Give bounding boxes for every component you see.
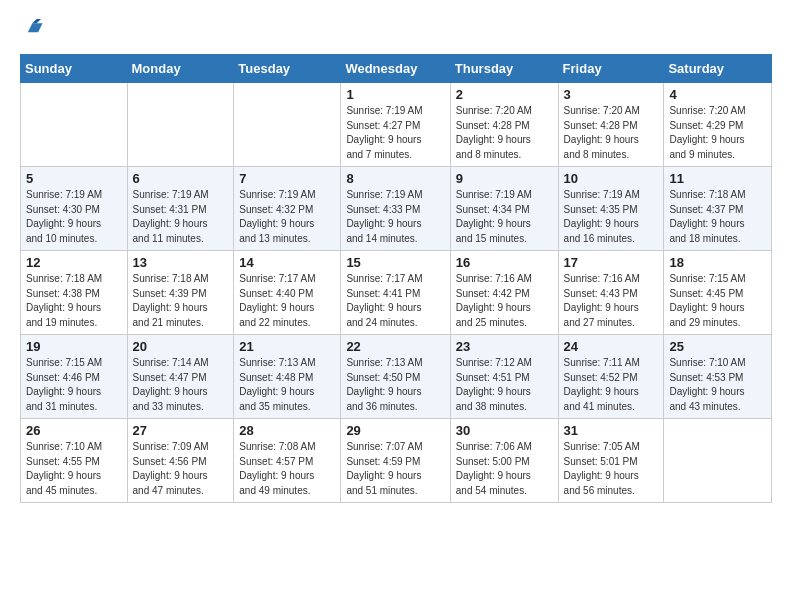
day-info: Sunrise: 7:19 AM Sunset: 4:35 PM Dayligh…	[564, 188, 659, 246]
day-number: 21	[239, 339, 335, 354]
calendar-cell: 24Sunrise: 7:11 AM Sunset: 4:52 PM Dayli…	[558, 335, 664, 419]
day-info: Sunrise: 7:14 AM Sunset: 4:47 PM Dayligh…	[133, 356, 229, 414]
day-info: Sunrise: 7:17 AM Sunset: 4:41 PM Dayligh…	[346, 272, 444, 330]
day-info: Sunrise: 7:18 AM Sunset: 4:39 PM Dayligh…	[133, 272, 229, 330]
calendar-cell: 30Sunrise: 7:06 AM Sunset: 5:00 PM Dayli…	[450, 419, 558, 503]
calendar-week-2: 5Sunrise: 7:19 AM Sunset: 4:30 PM Daylig…	[21, 167, 772, 251]
calendar-cell: 26Sunrise: 7:10 AM Sunset: 4:55 PM Dayli…	[21, 419, 128, 503]
calendar-cell: 1Sunrise: 7:19 AM Sunset: 4:27 PM Daylig…	[341, 83, 450, 167]
calendar-cell: 15Sunrise: 7:17 AM Sunset: 4:41 PM Dayli…	[341, 251, 450, 335]
weekday-header-friday: Friday	[558, 55, 664, 83]
day-number: 31	[564, 423, 659, 438]
day-number: 22	[346, 339, 444, 354]
day-info: Sunrise: 7:13 AM Sunset: 4:50 PM Dayligh…	[346, 356, 444, 414]
calendar-cell: 31Sunrise: 7:05 AM Sunset: 5:01 PM Dayli…	[558, 419, 664, 503]
day-number: 9	[456, 171, 553, 186]
svg-marker-0	[28, 23, 43, 32]
calendar-cell: 12Sunrise: 7:18 AM Sunset: 4:38 PM Dayli…	[21, 251, 128, 335]
day-info: Sunrise: 7:12 AM Sunset: 4:51 PM Dayligh…	[456, 356, 553, 414]
day-info: Sunrise: 7:20 AM Sunset: 4:29 PM Dayligh…	[669, 104, 766, 162]
header	[20, 16, 772, 44]
calendar-cell: 29Sunrise: 7:07 AM Sunset: 4:59 PM Dayli…	[341, 419, 450, 503]
day-number: 4	[669, 87, 766, 102]
day-number: 10	[564, 171, 659, 186]
day-info: Sunrise: 7:06 AM Sunset: 5:00 PM Dayligh…	[456, 440, 553, 498]
calendar-cell: 6Sunrise: 7:19 AM Sunset: 4:31 PM Daylig…	[127, 167, 234, 251]
day-number: 19	[26, 339, 122, 354]
calendar-cell: 27Sunrise: 7:09 AM Sunset: 4:56 PM Dayli…	[127, 419, 234, 503]
calendar-cell: 18Sunrise: 7:15 AM Sunset: 4:45 PM Dayli…	[664, 251, 772, 335]
logo	[20, 16, 44, 44]
day-info: Sunrise: 7:19 AM Sunset: 4:34 PM Dayligh…	[456, 188, 553, 246]
day-info: Sunrise: 7:18 AM Sunset: 4:37 PM Dayligh…	[669, 188, 766, 246]
calendar-cell: 14Sunrise: 7:17 AM Sunset: 4:40 PM Dayli…	[234, 251, 341, 335]
calendar-cell: 16Sunrise: 7:16 AM Sunset: 4:42 PM Dayli…	[450, 251, 558, 335]
day-number: 24	[564, 339, 659, 354]
calendar-cell: 5Sunrise: 7:19 AM Sunset: 4:30 PM Daylig…	[21, 167, 128, 251]
day-info: Sunrise: 7:19 AM Sunset: 4:30 PM Dayligh…	[26, 188, 122, 246]
weekday-header-wednesday: Wednesday	[341, 55, 450, 83]
day-number: 2	[456, 87, 553, 102]
day-info: Sunrise: 7:05 AM Sunset: 5:01 PM Dayligh…	[564, 440, 659, 498]
calendar-cell: 3Sunrise: 7:20 AM Sunset: 4:28 PM Daylig…	[558, 83, 664, 167]
day-number: 16	[456, 255, 553, 270]
calendar-week-5: 26Sunrise: 7:10 AM Sunset: 4:55 PM Dayli…	[21, 419, 772, 503]
calendar-cell: 17Sunrise: 7:16 AM Sunset: 4:43 PM Dayli…	[558, 251, 664, 335]
calendar-cell	[664, 419, 772, 503]
calendar-table: SundayMondayTuesdayWednesdayThursdayFrid…	[20, 54, 772, 503]
calendar-week-3: 12Sunrise: 7:18 AM Sunset: 4:38 PM Dayli…	[21, 251, 772, 335]
day-number: 14	[239, 255, 335, 270]
day-number: 25	[669, 339, 766, 354]
svg-marker-1	[32, 19, 41, 23]
weekday-header-thursday: Thursday	[450, 55, 558, 83]
day-info: Sunrise: 7:18 AM Sunset: 4:38 PM Dayligh…	[26, 272, 122, 330]
day-number: 15	[346, 255, 444, 270]
day-number: 5	[26, 171, 122, 186]
day-number: 29	[346, 423, 444, 438]
day-number: 8	[346, 171, 444, 186]
day-info: Sunrise: 7:10 AM Sunset: 4:55 PM Dayligh…	[26, 440, 122, 498]
calendar-cell: 10Sunrise: 7:19 AM Sunset: 4:35 PM Dayli…	[558, 167, 664, 251]
weekday-header-tuesday: Tuesday	[234, 55, 341, 83]
day-info: Sunrise: 7:11 AM Sunset: 4:52 PM Dayligh…	[564, 356, 659, 414]
day-info: Sunrise: 7:20 AM Sunset: 4:28 PM Dayligh…	[564, 104, 659, 162]
calendar-cell: 8Sunrise: 7:19 AM Sunset: 4:33 PM Daylig…	[341, 167, 450, 251]
calendar-cell	[234, 83, 341, 167]
day-info: Sunrise: 7:19 AM Sunset: 4:33 PM Dayligh…	[346, 188, 444, 246]
weekday-header-monday: Monday	[127, 55, 234, 83]
calendar-cell: 21Sunrise: 7:13 AM Sunset: 4:48 PM Dayli…	[234, 335, 341, 419]
day-number: 11	[669, 171, 766, 186]
calendar-cell: 22Sunrise: 7:13 AM Sunset: 4:50 PM Dayli…	[341, 335, 450, 419]
weekday-header-sunday: Sunday	[21, 55, 128, 83]
page: SundayMondayTuesdayWednesdayThursdayFrid…	[0, 0, 792, 513]
calendar-week-4: 19Sunrise: 7:15 AM Sunset: 4:46 PM Dayli…	[21, 335, 772, 419]
day-number: 23	[456, 339, 553, 354]
day-info: Sunrise: 7:19 AM Sunset: 4:32 PM Dayligh…	[239, 188, 335, 246]
day-number: 13	[133, 255, 229, 270]
day-info: Sunrise: 7:17 AM Sunset: 4:40 PM Dayligh…	[239, 272, 335, 330]
day-info: Sunrise: 7:16 AM Sunset: 4:42 PM Dayligh…	[456, 272, 553, 330]
day-number: 28	[239, 423, 335, 438]
day-info: Sunrise: 7:08 AM Sunset: 4:57 PM Dayligh…	[239, 440, 335, 498]
logo-icon	[22, 16, 44, 38]
calendar-cell: 19Sunrise: 7:15 AM Sunset: 4:46 PM Dayli…	[21, 335, 128, 419]
calendar-cell: 20Sunrise: 7:14 AM Sunset: 4:47 PM Dayli…	[127, 335, 234, 419]
day-number: 26	[26, 423, 122, 438]
calendar-cell	[127, 83, 234, 167]
calendar-cell: 25Sunrise: 7:10 AM Sunset: 4:53 PM Dayli…	[664, 335, 772, 419]
calendar-cell: 2Sunrise: 7:20 AM Sunset: 4:28 PM Daylig…	[450, 83, 558, 167]
calendar-cell: 23Sunrise: 7:12 AM Sunset: 4:51 PM Dayli…	[450, 335, 558, 419]
day-info: Sunrise: 7:15 AM Sunset: 4:45 PM Dayligh…	[669, 272, 766, 330]
day-info: Sunrise: 7:19 AM Sunset: 4:27 PM Dayligh…	[346, 104, 444, 162]
day-number: 27	[133, 423, 229, 438]
day-number: 12	[26, 255, 122, 270]
calendar-cell: 7Sunrise: 7:19 AM Sunset: 4:32 PM Daylig…	[234, 167, 341, 251]
day-info: Sunrise: 7:13 AM Sunset: 4:48 PM Dayligh…	[239, 356, 335, 414]
day-number: 18	[669, 255, 766, 270]
day-number: 30	[456, 423, 553, 438]
day-info: Sunrise: 7:20 AM Sunset: 4:28 PM Dayligh…	[456, 104, 553, 162]
calendar-cell: 13Sunrise: 7:18 AM Sunset: 4:39 PM Dayli…	[127, 251, 234, 335]
day-info: Sunrise: 7:16 AM Sunset: 4:43 PM Dayligh…	[564, 272, 659, 330]
day-number: 6	[133, 171, 229, 186]
day-info: Sunrise: 7:09 AM Sunset: 4:56 PM Dayligh…	[133, 440, 229, 498]
